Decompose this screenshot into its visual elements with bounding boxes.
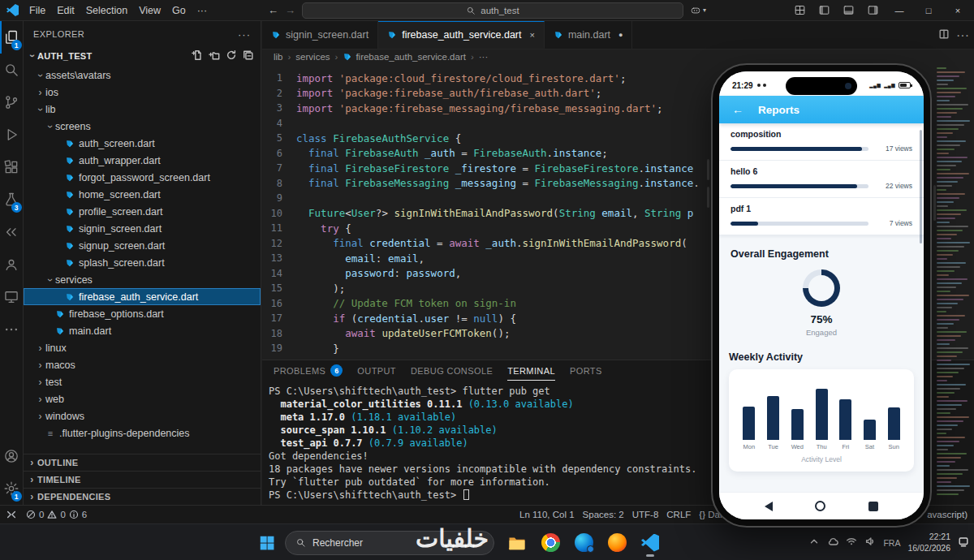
tree-item[interactable]: ›lib bbox=[24, 101, 261, 118]
refresh-button[interactable] bbox=[226, 50, 237, 62]
status-item[interactable]: CRLF bbox=[666, 510, 691, 519]
menu-go[interactable]: Go bbox=[166, 5, 192, 16]
panel-tab-problems[interactable]: PROBLEMS6 bbox=[274, 360, 343, 381]
tree-item[interactable]: main.dart bbox=[24, 322, 261, 339]
close-button[interactable]: × bbox=[945, 1, 971, 20]
status-language-fragment[interactable]: avascript) bbox=[927, 510, 968, 519]
tree-item[interactable]: ›services bbox=[24, 271, 261, 288]
tree-item[interactable]: ›macos bbox=[24, 356, 261, 373]
report-item[interactable]: composition17 views bbox=[719, 123, 924, 161]
tree-item[interactable]: signin_screen.dart bbox=[24, 220, 261, 237]
panel-tab-ports[interactable]: PORTS bbox=[570, 360, 602, 381]
activity-explorer[interactable]: 1 bbox=[0, 21, 24, 54]
tree-item[interactable]: ›screens bbox=[24, 118, 261, 135]
tree-item[interactable]: ›web bbox=[24, 390, 261, 407]
problems-summary[interactable]: 0 0 6 bbox=[26, 510, 87, 519]
tree-item[interactable]: firebase_auth_service.dart bbox=[24, 288, 261, 305]
back-arrow-icon[interactable]: ← bbox=[732, 103, 743, 116]
activity-remote-explorer[interactable] bbox=[0, 281, 24, 313]
notification-center-button[interactable] bbox=[958, 536, 969, 550]
status-item[interactable]: Spaces: 2 bbox=[583, 510, 624, 519]
editor-tab[interactable]: main.dart● bbox=[545, 21, 633, 49]
breadcrumb-item[interactable]: firebase_auth_service.dart bbox=[343, 52, 466, 62]
breadcrumb-item[interactable]: services bbox=[295, 52, 330, 62]
editor-tab[interactable]: signin_screen.dart bbox=[262, 21, 378, 49]
panel-tab-terminal[interactable]: TERMINAL bbox=[507, 360, 555, 381]
tree-item[interactable]: profile_screen.dart bbox=[24, 203, 261, 220]
remote-indicator-icon[interactable] bbox=[0, 506, 23, 523]
breadcrumb-item[interactable]: lib bbox=[274, 52, 283, 62]
phone-scrollbar[interactable] bbox=[920, 130, 922, 243]
close-icon[interactable]: × bbox=[529, 30, 534, 40]
taskbar-app-chrome[interactable] bbox=[540, 532, 561, 554]
explorer-more-icon[interactable]: ··· bbox=[238, 28, 251, 41]
activity-references[interactable] bbox=[0, 216, 24, 248]
status-item[interactable]: Ln 110, Col 1 bbox=[519, 510, 575, 519]
report-item[interactable]: hello 622 views bbox=[719, 161, 924, 198]
new-file-button[interactable] bbox=[192, 50, 203, 62]
breadcrumb-item[interactable]: ··· bbox=[479, 52, 489, 62]
panel-tab-debug-console[interactable]: DEBUG CONSOLE bbox=[411, 360, 493, 381]
history-back-icon[interactable]: ← bbox=[268, 4, 278, 16]
tree-item[interactable]: auth_wrapper.dart bbox=[24, 152, 261, 169]
command-center-search[interactable]: auth_test bbox=[302, 2, 683, 19]
menu-file[interactable]: File bbox=[24, 5, 51, 16]
collapse-all-button[interactable] bbox=[243, 50, 254, 62]
tree-item[interactable]: ›test bbox=[24, 373, 261, 390]
activity-settings[interactable]: 1 bbox=[0, 472, 24, 505]
tree-item[interactable]: ›ios bbox=[24, 84, 261, 101]
menu-view[interactable]: View bbox=[133, 5, 166, 16]
activity-search[interactable] bbox=[0, 54, 24, 86]
activity-testing[interactable]: 3 bbox=[0, 183, 24, 216]
activity-account[interactable] bbox=[0, 440, 24, 472]
start-button[interactable] bbox=[258, 534, 276, 552]
activity-source-control[interactable] bbox=[0, 86, 24, 118]
phone-content[interactable]: composition17 viewshello 622 viewspdf 17… bbox=[719, 123, 924, 492]
taskbar-app-vscode[interactable] bbox=[640, 532, 661, 554]
customize-layout-icon[interactable] bbox=[789, 2, 810, 19]
sidebar-section-outline[interactable]: ›OUTLINE bbox=[24, 454, 261, 471]
keyboard-language[interactable]: FRA bbox=[883, 538, 900, 548]
history-forward-icon[interactable]: → bbox=[285, 4, 295, 16]
menu-more[interactable]: ··· bbox=[192, 5, 213, 16]
split-editor-button[interactable] bbox=[938, 28, 950, 43]
maximize-button[interactable]: □ bbox=[916, 1, 942, 20]
tree-item[interactable]: ›windows bbox=[24, 407, 261, 424]
tray-volume-button[interactable] bbox=[864, 536, 876, 550]
toggle-panel-icon[interactable] bbox=[838, 2, 859, 19]
tree-item[interactable]: firebase_options.dart bbox=[24, 305, 261, 322]
activity-extensions[interactable] bbox=[0, 151, 24, 183]
panel-tab-output[interactable]: OUTPUT bbox=[357, 360, 396, 381]
tray-cloud-button[interactable] bbox=[827, 536, 838, 550]
status-item[interactable]: UTF-8 bbox=[632, 510, 659, 519]
tree-item[interactable]: auth_screen.dart bbox=[24, 135, 261, 152]
android-recents-icon[interactable] bbox=[868, 502, 878, 511]
tree-item[interactable]: splash_screen.dart bbox=[24, 254, 261, 271]
sidebar-section-dependencies[interactable]: ›DEPENDENCIES bbox=[24, 488, 261, 505]
copilot-menu-button[interactable]: ▾ bbox=[690, 5, 706, 16]
taskbar-app-firefox[interactable] bbox=[606, 532, 627, 554]
tree-item[interactable]: forgot_password_screen.dart bbox=[24, 169, 261, 186]
tree-item[interactable]: ›linux bbox=[24, 339, 261, 356]
clock[interactable]: 22:2116/02/2026 bbox=[907, 532, 950, 553]
menu-edit[interactable]: Edit bbox=[51, 5, 80, 16]
tray-wifi-button[interactable] bbox=[846, 536, 857, 550]
activity-run-debug[interactable] bbox=[0, 118, 24, 151]
tree-item[interactable]: ≡.flutter-plugins-dependencies bbox=[24, 424, 261, 442]
minimize-button[interactable]: — bbox=[886, 1, 912, 20]
menu-selection[interactable]: Selection bbox=[80, 5, 133, 16]
toggle-secondary-sidebar-icon[interactable] bbox=[862, 2, 883, 19]
project-root-row[interactable]: › AUTH_TEST bbox=[24, 47, 261, 65]
tree-item[interactable]: ›assets\avatars bbox=[24, 67, 261, 84]
editor-tab[interactable]: firebase_auth_service.dart× bbox=[378, 21, 545, 49]
tree-item[interactable]: signup_screen.dart bbox=[24, 237, 261, 254]
taskbar-app-file-explorer[interactable] bbox=[506, 532, 528, 554]
android-home-icon[interactable] bbox=[815, 501, 825, 511]
activity-gitlens[interactable] bbox=[0, 248, 24, 281]
new-folder-button[interactable] bbox=[209, 50, 220, 62]
report-item[interactable]: pdf 17 views bbox=[719, 198, 924, 235]
sidebar-section-timeline[interactable]: ›TIMELINE bbox=[24, 471, 261, 488]
taskbar-app-edge[interactable] bbox=[573, 532, 594, 554]
tray-chevron-up-button[interactable] bbox=[808, 536, 820, 550]
toggle-sidebar-icon[interactable] bbox=[813, 2, 834, 19]
